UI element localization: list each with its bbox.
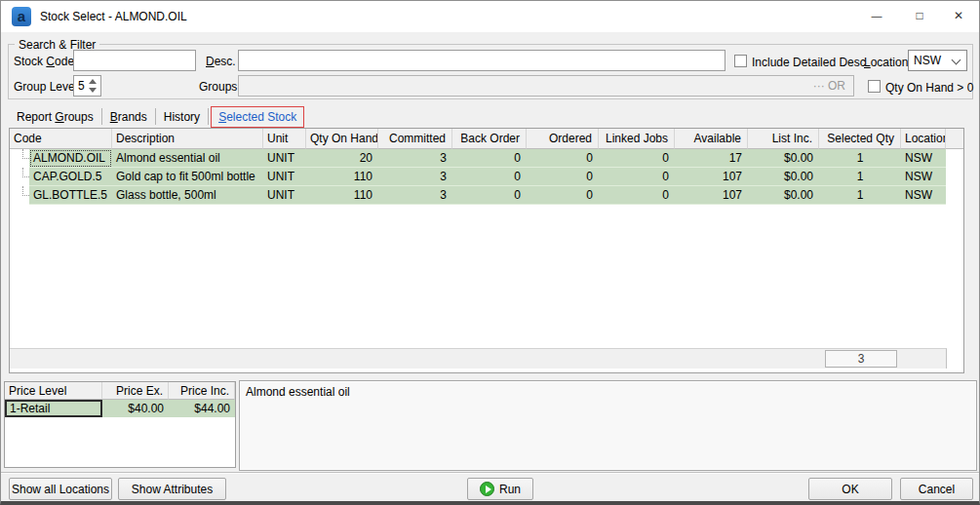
tab-history[interactable]: History	[156, 107, 208, 127]
show-all-locations-button[interactable]: Show all Locations	[9, 478, 112, 500]
price-table: Price Level Price Ex. Price Inc. 1-Retai…	[4, 381, 236, 468]
group-level-label: Group Level	[14, 80, 77, 94]
app-icon: a	[12, 7, 31, 26]
col-header-committed[interactable]: Committed	[378, 129, 452, 149]
cancel-button[interactable]: Cancel	[900, 478, 973, 500]
cell-price-inc[interactable]: $44.00	[169, 400, 235, 417]
col-header-qty-on-hand[interactable]: Qty On Hand	[306, 129, 378, 149]
cell-committed[interactable]: 3	[378, 186, 452, 205]
cell-list-inc[interactable]: $0.00	[748, 186, 819, 205]
button-bar: Show all Locations Show Attributes Run O…	[1, 472, 979, 501]
cell-ordered[interactable]: 0	[527, 149, 599, 168]
col-header-unit[interactable]: Unit	[263, 129, 306, 149]
ok-button[interactable]: OK	[808, 478, 892, 500]
cell-code[interactable]: CAP.GOLD.5	[29, 168, 112, 186]
stock-code-label: Stock Code	[14, 55, 74, 68]
cell-linked-jobs[interactable]: 0	[599, 168, 675, 186]
stock-code-input[interactable]	[73, 50, 196, 71]
cell-unit[interactable]: UNIT	[263, 168, 306, 186]
detail-description-box[interactable]: Almond essential oil	[239, 380, 977, 471]
title-bar: a Stock Select - ALMOND.OIL — □ ✕	[1, 1, 979, 32]
cell-back-order[interactable]: 0	[452, 149, 527, 168]
cell-committed[interactable]: 3	[378, 149, 452, 168]
col-header-linked-jobs[interactable]: Linked Jobs	[599, 129, 675, 149]
spin-down-icon[interactable]	[89, 88, 97, 93]
spin-up-icon[interactable]	[89, 79, 97, 84]
run-button[interactable]: Run	[467, 478, 533, 500]
cell-linked-jobs[interactable]: 0	[599, 149, 675, 168]
cell-back-order[interactable]: 0	[452, 186, 527, 205]
tab-bar: Report Groups Brands History Selected St…	[9, 105, 304, 128]
price-row[interactable]: 1-Retail $40.00 $44.00	[5, 400, 235, 417]
desc-label: Desc.	[206, 55, 236, 68]
cell-selected-qty[interactable]: 1	[819, 149, 901, 168]
groups-or-button[interactable]: ··· OR	[807, 77, 851, 95]
cell-unit[interactable]: UNIT	[263, 149, 306, 168]
group-level-value: 5	[78, 79, 85, 93]
table-row[interactable]: ALMOND.OIL Almond essential oil UNIT 20 …	[10, 149, 963, 168]
qty-on-hand-checkbox[interactable]	[868, 80, 881, 93]
cell-ordered[interactable]: 0	[527, 168, 599, 186]
cell-location[interactable]: NSW	[901, 168, 946, 186]
cell-code[interactable]: GL.BOTTLE.5	[29, 186, 112, 205]
cell-price-level[interactable]: 1-Retail	[5, 400, 102, 417]
col-header-location[interactable]: Location	[901, 129, 946, 149]
col-header-price-ex[interactable]: Price Ex.	[102, 382, 169, 400]
col-header-ordered[interactable]: Ordered	[527, 129, 599, 149]
cell-description[interactable]: Gold cap to fit 500ml bottle	[112, 168, 263, 186]
cell-list-inc[interactable]: $0.00	[748, 149, 819, 168]
cell-qty-on-hand[interactable]: 20	[306, 149, 378, 168]
cell-committed[interactable]: 3	[378, 168, 452, 186]
table-row[interactable]: CAP.GOLD.5 Gold cap to fit 500ml bottle …	[10, 168, 963, 186]
col-header-price-level[interactable]: Price Level	[5, 382, 102, 400]
cell-location[interactable]: NSW	[901, 186, 946, 205]
stock-table: Code Description Unit Qty On Hand Commit…	[9, 128, 964, 373]
cell-price-ex[interactable]: $40.00	[102, 400, 169, 417]
cell-location[interactable]: NSW	[901, 149, 946, 168]
include-detailed-desc-label: Include Detailed Desc	[752, 56, 866, 69]
tab-brands[interactable]: Brands	[102, 107, 155, 127]
stock-select-dialog: a Stock Select - ALMOND.OIL — □ ✕ Search…	[0, 0, 980, 505]
location-value: NSW	[914, 54, 941, 67]
cell-unit[interactable]: UNIT	[263, 186, 306, 205]
location-select[interactable]: NSW	[908, 50, 967, 71]
cell-qty-on-hand[interactable]: 110	[306, 168, 378, 186]
cell-description[interactable]: Glass bottle, 500ml	[112, 186, 263, 205]
cell-code[interactable]: ALMOND.OIL	[29, 149, 112, 168]
table-row[interactable]: GL.BOTTLE.5 Glass bottle, 500ml UNIT 110…	[10, 186, 963, 205]
show-attributes-button[interactable]: Show Attributes	[118, 478, 226, 500]
cell-qty-on-hand[interactable]: 110	[306, 186, 378, 205]
groups-input[interactable]: ··· OR	[238, 75, 854, 97]
cell-available[interactable]: 107	[675, 186, 748, 205]
col-header-available[interactable]: Available	[675, 129, 748, 149]
cell-ordered[interactable]: 0	[527, 186, 599, 205]
col-header-description[interactable]: Description	[112, 129, 263, 149]
tree-branch-icon	[10, 186, 29, 205]
cell-available[interactable]: 17	[675, 149, 748, 168]
cell-description[interactable]: Almond essential oil	[112, 149, 263, 168]
qty-on-hand-label: Qty On Hand > 0	[885, 81, 973, 95]
col-header-back-order[interactable]: Back Order	[452, 129, 527, 149]
table-footer: 3	[10, 348, 947, 369]
cell-selected-qty[interactable]: 1	[819, 186, 901, 205]
minimize-icon[interactable]: —	[860, 1, 893, 30]
col-header-price-inc[interactable]: Price Inc.	[169, 382, 235, 400]
cell-linked-jobs[interactable]: 0	[599, 186, 675, 205]
desc-input[interactable]	[238, 50, 725, 71]
location-label: Location	[864, 56, 908, 69]
maximize-icon[interactable]: □	[903, 1, 936, 30]
include-detailed-desc-checkbox[interactable]	[734, 55, 747, 67]
col-header-filler	[946, 129, 963, 149]
group-level-stepper[interactable]: 5	[73, 75, 101, 97]
tree-branch-icon	[10, 168, 29, 186]
tab-report-groups[interactable]: Report Groups	[9, 107, 101, 127]
tab-selected-stock[interactable]: Selected Stock	[211, 106, 304, 128]
cell-selected-qty[interactable]: 1	[819, 168, 901, 186]
close-icon[interactable]: ✕	[942, 1, 975, 30]
cell-back-order[interactable]: 0	[452, 168, 527, 186]
cell-list-inc[interactable]: $0.00	[748, 168, 819, 186]
col-header-selected-qty[interactable]: Selected Qty	[819, 129, 901, 149]
col-header-code[interactable]: Code	[10, 129, 112, 149]
cell-available[interactable]: 107	[675, 168, 748, 186]
col-header-list-inc[interactable]: List Inc.	[748, 129, 819, 149]
